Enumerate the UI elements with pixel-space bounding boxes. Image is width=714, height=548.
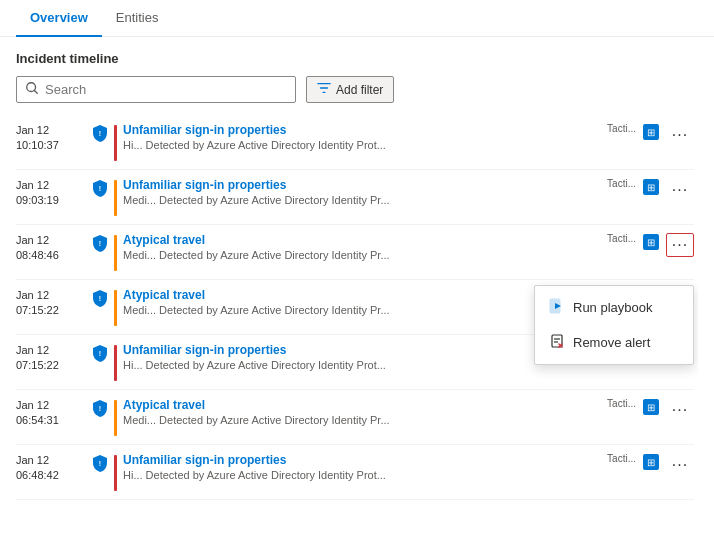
search-icon	[25, 81, 39, 98]
severity-bar	[114, 290, 117, 326]
tactic-badge: Tacti...	[607, 123, 636, 134]
incident-row-wrapper: Jan 1209:03:19! Unfamiliar sign-in prope…	[16, 170, 694, 225]
incident-meta: Medi... Detected by Azure Active Directo…	[123, 194, 601, 206]
severity-bar	[114, 400, 117, 436]
incident-meta: Hi... Detected by Azure Active Directory…	[123, 359, 601, 371]
incident-datetime: Jan 1209:03:19	[16, 178, 86, 209]
incident-datetime: Jan 1208:48:46	[16, 233, 86, 264]
svg-text:⊞: ⊞	[647, 127, 655, 138]
svg-text:!: !	[99, 240, 101, 247]
more-options-button[interactable]: ···	[666, 123, 694, 147]
incident-datetime: Jan 1206:54:31	[16, 398, 86, 429]
incident-row-wrapper: Jan 1206:48:42! Unfamiliar sign-in prope…	[16, 445, 694, 500]
severity-bar	[114, 235, 117, 271]
incident-row-wrapper: Jan 1208:48:46! Atypical travel Medi... …	[16, 225, 694, 280]
svg-text:⊞: ⊞	[647, 402, 655, 413]
incident-title: Unfamiliar sign-in properties	[123, 178, 601, 192]
incident-info: Atypical travel Medi... Detected by Azur…	[123, 233, 601, 261]
menu-item-run-playbook[interactable]: Run playbook	[535, 290, 693, 325]
severity-bar	[114, 125, 117, 161]
more-options-button[interactable]: ···	[666, 398, 694, 422]
table-row: Jan 1209:03:19! Unfamiliar sign-in prope…	[16, 170, 694, 225]
svg-text:⊞: ⊞	[647, 457, 655, 468]
playbook-icon	[549, 298, 565, 317]
incident-info: Unfamiliar sign-in properties Medi... De…	[123, 178, 601, 206]
tab-entities[interactable]: Entities	[102, 0, 173, 37]
tactic-badge: Tacti...	[607, 453, 636, 464]
shield-icon: !	[92, 289, 108, 307]
incident-meta: Medi... Detected by Azure Active Directo…	[123, 304, 601, 316]
alert-icon: ⊞	[642, 178, 660, 196]
svg-text:!: !	[99, 350, 101, 357]
section-title: Incident timeline	[16, 51, 698, 66]
alert-icon: ⊞	[642, 123, 660, 141]
table-row: Jan 1206:48:42! Unfamiliar sign-in prope…	[16, 445, 694, 500]
table-row: Jan 1208:48:46! Atypical travel Medi... …	[16, 225, 694, 280]
alert-icon: ⊞	[642, 233, 660, 251]
svg-text:!: !	[99, 130, 101, 137]
incident-list: Jan 1210:10:37! Unfamiliar sign-in prope…	[16, 115, 694, 500]
search-input[interactable]	[45, 82, 287, 97]
incident-title: Unfamiliar sign-in properties	[123, 123, 601, 137]
context-menu: Run playbook Remove alert	[534, 285, 694, 365]
svg-text:!: !	[99, 185, 101, 192]
search-box[interactable]	[16, 76, 296, 103]
svg-text:⊞: ⊞	[647, 237, 655, 248]
incident-datetime: Jan 1206:48:42	[16, 453, 86, 484]
timeline-scroll[interactable]: Jan 1210:10:37! Unfamiliar sign-in prope…	[16, 115, 698, 505]
alert-icon: ⊞	[642, 398, 660, 416]
incident-info: Unfamiliar sign-in properties Hi... Dete…	[123, 453, 601, 481]
shield-icon: !	[92, 399, 108, 417]
svg-text:!: !	[99, 405, 101, 412]
svg-line-1	[34, 90, 37, 93]
remove-icon	[549, 333, 565, 352]
incident-title: Atypical travel	[123, 233, 601, 247]
incident-datetime: Jan 1207:15:22	[16, 288, 86, 319]
incident-datetime: Jan 1210:10:37	[16, 123, 86, 154]
incident-title: Unfamiliar sign-in properties	[123, 453, 601, 467]
shield-icon: !	[92, 179, 108, 197]
more-options-button[interactable]: ···	[666, 233, 694, 257]
tab-overview[interactable]: Overview	[16, 0, 102, 37]
tactic-badge: Tacti...	[607, 178, 636, 189]
shield-icon: !	[92, 234, 108, 252]
incident-row-wrapper: Jan 1206:54:31! Atypical travel Medi... …	[16, 390, 694, 445]
main-content: Incident timeline Add filter Jan 12	[0, 37, 714, 505]
incident-datetime: Jan 1207:15:22	[16, 343, 86, 374]
incident-title: Atypical travel	[123, 398, 601, 412]
shield-icon: !	[92, 454, 108, 472]
menu-item-label: Run playbook	[573, 300, 653, 315]
menu-item-label: Remove alert	[573, 335, 650, 350]
filter-icon	[317, 81, 331, 98]
incident-meta: Hi... Detected by Azure Active Directory…	[123, 139, 601, 151]
more-options-button[interactable]: ···	[666, 453, 694, 477]
menu-item-remove-alert[interactable]: Remove alert	[535, 325, 693, 360]
incident-info: Unfamiliar sign-in properties Hi... Dete…	[123, 343, 601, 371]
incident-meta: Medi... Detected by Azure Active Directo…	[123, 414, 601, 426]
svg-text:!: !	[99, 295, 101, 302]
add-filter-button[interactable]: Add filter	[306, 76, 394, 103]
tactic-badge: Tacti...	[607, 398, 636, 409]
severity-bar	[114, 345, 117, 381]
severity-bar	[114, 455, 117, 491]
table-row: Jan 1210:10:37! Unfamiliar sign-in prope…	[16, 115, 694, 170]
svg-text:⊞: ⊞	[647, 182, 655, 193]
tactic-badge: Tacti...	[607, 233, 636, 244]
shield-icon: !	[92, 124, 108, 142]
more-options-button[interactable]: ···	[666, 178, 694, 202]
severity-bar	[114, 180, 117, 216]
tab-bar: Overview Entities	[0, 0, 714, 37]
incident-meta: Hi... Detected by Azure Active Directory…	[123, 469, 601, 481]
alert-icon: ⊞	[642, 453, 660, 471]
incident-row-wrapper: Jan 1210:10:37! Unfamiliar sign-in prope…	[16, 115, 694, 170]
shield-icon: !	[92, 344, 108, 362]
incident-title: Atypical travel	[123, 288, 601, 302]
table-row: Jan 1206:54:31! Atypical travel Medi... …	[16, 390, 694, 445]
incident-meta: Medi... Detected by Azure Active Directo…	[123, 249, 601, 261]
incident-info: Atypical travel Medi... Detected by Azur…	[123, 398, 601, 426]
svg-text:!: !	[99, 460, 101, 467]
incident-info: Unfamiliar sign-in properties Hi... Dete…	[123, 123, 601, 151]
timeline-container: Jan 1210:10:37! Unfamiliar sign-in prope…	[16, 115, 698, 505]
incident-title: Unfamiliar sign-in properties	[123, 343, 601, 357]
incident-info: Atypical travel Medi... Detected by Azur…	[123, 288, 601, 316]
